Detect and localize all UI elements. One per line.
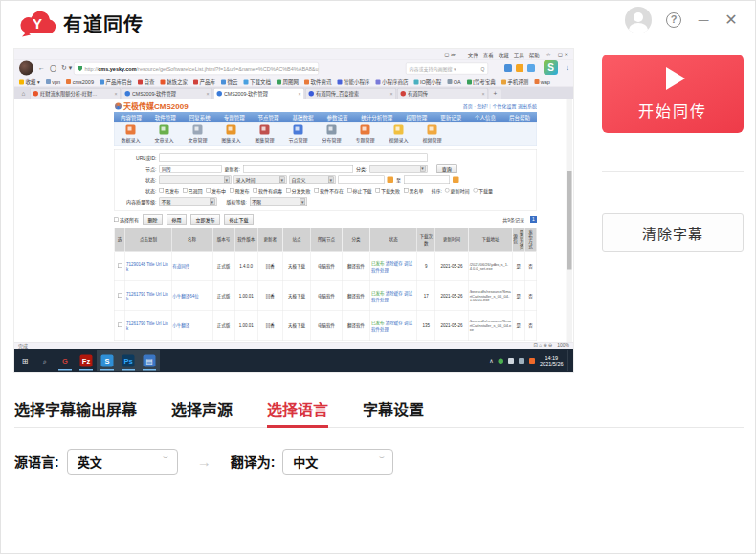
bookmark-item: 下载文档 [243, 78, 271, 85]
browser-nav-icons: ←〇↻ ▾ [38, 63, 72, 73]
cms-logo: 天极传媒CMS2009 [115, 100, 189, 111]
app-logo: Y 有道同传 [18, 9, 144, 37]
taskbar-clock: 14:19 2021/5/26 [540, 355, 563, 367]
source-language-label: 源语言: [14, 452, 59, 471]
bookmark-item: [驾考宝典 [467, 78, 496, 85]
cms-sort-radio: 下载量 [473, 188, 493, 195]
minimize-icon[interactable]: ─ [696, 11, 711, 29]
cms-table-header: 发布方式 [524, 228, 537, 252]
browser-nav-icon: ← [38, 63, 45, 73]
svg-text:Y: Y [33, 15, 42, 32]
tray-display-icon [508, 358, 514, 364]
target-language-value: 中文 [293, 453, 318, 471]
cms-table: 选点击复制名称版本号软件版本更新者站点所属节点分类状态下载次数更新时间下载地址是… [114, 228, 537, 342]
cms-category-label: 分类: [356, 166, 367, 173]
start-button-icon: ⊞ [14, 356, 35, 366]
cms-to-label: 至 [396, 176, 401, 184]
url-protocol: http:// [85, 66, 99, 72]
chevron-down-icon: ˇ [163, 455, 168, 467]
cms-sort-label: 排序: [432, 188, 442, 195]
tab-select-output-screen[interactable]: 选择字幕输出屏幕 [14, 392, 137, 428]
cms-sorts: 更新时间下载量 [445, 188, 493, 195]
tray-caret-icon: ∧ [489, 358, 493, 365]
extension-icon [527, 64, 535, 72]
bookmark-item: 魅族之家 [160, 78, 188, 85]
browser-status-text: 完成 [18, 343, 28, 350]
cms-menu-item: 回复系统 [189, 114, 211, 122]
bookmarks-bar: 收藏 ▾vpncms2009产品库后台自查魅族之家产品库微云下载文档周图网软件资… [14, 77, 573, 87]
calendar-icon [453, 177, 459, 184]
cms-toolbar-item: 图集录入 [222, 125, 241, 144]
bookmark-item: IO图小程 [413, 78, 441, 85]
cms-query-button: 查询 [436, 165, 456, 174]
browser-nav-icon: 〇 [50, 63, 56, 73]
cms-copyright-label: 版权等级: [227, 198, 247, 206]
cloud-logo-icon: Y [18, 9, 56, 37]
source-language-select[interactable]: 英文 ˇ [67, 449, 178, 475]
browser-tab: CMS2009-软件管理× [213, 88, 304, 99]
browser-menu-row: ▢ ≫ 文件查看收藏工具帮助 ☆ ─ ▢ ✕ [14, 49, 573, 60]
cms-action-button: 立即发布 [190, 215, 220, 225]
screen-share-preview: ▢ ≫ 文件查看收藏工具帮助 ☆ ─ ▢ ✕ ←〇↻ ▾ http://cms.… [14, 49, 573, 372]
cms-state-checkbox: 预发布 [230, 188, 250, 195]
cms-logo-icon [115, 103, 122, 110]
browser-menu-item: 查看 [483, 52, 494, 57]
status-bar-icons: ⊡ ⌂ ⊕ ⊖ [533, 343, 552, 349]
cms-page-number: 1 [530, 216, 537, 223]
bookmark-item: 收藏 ▾ [19, 78, 40, 85]
browser-tabs-row: ⌂ 旺财流水限额分析-旺财…×CMS2009-软件管理×CMS2009-软件管理… [14, 87, 573, 99]
browser-address-bar: http://cms.yesky.com/resource/getSoftwar… [74, 62, 319, 75]
settings-tabbar: 选择字幕输出屏幕 选择声源 选择语言 字幕设置 [14, 392, 744, 428]
url-path: /resource/getSoftwareIceList.jhtml?f=1&u… [137, 66, 319, 72]
cms-states: 已发布已退回发布中预发布软件有病毒分发失败软件不存在停止下载下载失败黑名单 [160, 188, 424, 195]
cms-table-header: 版本号 [212, 228, 234, 252]
cms-header-links: 首页 · 您好!｜个性化设置 退出系统 [463, 102, 537, 110]
cms-toolbar-item: 视频录入 [389, 125, 409, 144]
cms-table-row: 71261790 Title Url Link小牛翻译正式版1.00.01回香天… [114, 311, 537, 341]
taskbar-app-icon: Fz [76, 350, 97, 371]
bookmark-item: vpn [46, 78, 60, 84]
cms-table-header: 下载次数 [417, 228, 435, 252]
browser-nav-row: ←〇↻ ▾ http://cms.yesky.com/resource/getS… [14, 60, 573, 77]
cms-menu-item: 更新记录 [440, 114, 461, 122]
browser-profile-avatar [19, 61, 33, 76]
taskbar-apps: GFzSPs▤ [55, 350, 160, 371]
cms-menu-item: 统计分析管理 [361, 114, 392, 122]
tab-select-language[interactable]: 选择语言 [267, 392, 328, 428]
bookmark-item: 软件资讯 [304, 78, 332, 85]
browser-menu-item: 文件 [468, 52, 478, 57]
tray-volume-icon [519, 358, 524, 364]
site-shield-icon [78, 66, 83, 72]
browser-scrollbar [567, 99, 573, 342]
clear-subtitles-button[interactable]: 清除字幕 [602, 213, 744, 252]
cms-copyright-select: 不限▾ [250, 198, 307, 207]
browser-tab: 旺财流水限额分析-旺财…× [30, 88, 121, 99]
cms-updater-label: 更新者: [225, 166, 240, 173]
close-icon[interactable]: ✕ [723, 11, 740, 30]
target-language-select[interactable]: 中文 ˇ [282, 449, 393, 475]
cms-toolbar-item: 文章管理 [189, 125, 208, 144]
extension-icon [516, 64, 523, 72]
user-avatar[interactable] [625, 7, 652, 33]
taskbar-app-icon: Ps [118, 350, 139, 371]
cms-status-select: ▾ [160, 176, 232, 185]
sogou-logo-icon: S [544, 60, 558, 75]
start-interpretation-button[interactable]: 开始同传 [602, 55, 744, 133]
cms-iconbar: 数据录入文章录入文章管理图集录入图集管理节点管理分布管理专题管理视频录入视频管理 [114, 122, 537, 146]
tray-sogou-icon [529, 358, 535, 364]
bookmark-item: 微云 [221, 78, 238, 85]
cms-state-checkbox: 黑名单 [404, 188, 424, 195]
tab-subtitle-settings[interactable]: 字幕设置 [363, 392, 424, 428]
cms-table-header: 站点 [282, 228, 310, 252]
bookmark-item: 手机评测 [501, 78, 529, 85]
cms-table-header: 点击复制 [125, 228, 171, 252]
start-button-label: 开始同传 [638, 99, 707, 122]
windows-taskbar: ⊞ ⌕ GFzSPs▤ ∧ 14:19 2021/5/26 [14, 349, 573, 372]
browser-menu-item: 收藏 [499, 52, 509, 57]
cms-state-checkbox: 软件有病毒 [254, 188, 283, 195]
browser-window-menu: 文件查看收藏工具帮助 [463, 51, 540, 58]
tab-select-sound-source[interactable]: 选择声源 [171, 392, 233, 428]
cms-menu-item: 个人信息 [475, 114, 496, 122]
cms-action-button: 停止下载 [224, 215, 254, 225]
help-icon[interactable]: ? [666, 12, 681, 28]
